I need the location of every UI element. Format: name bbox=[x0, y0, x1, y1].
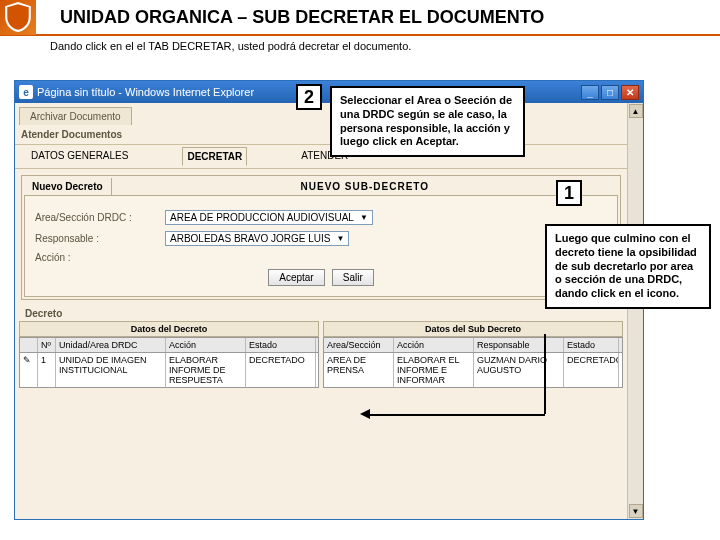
col-unidad: Unidad/Area DRDC bbox=[56, 338, 166, 352]
col-area-seccion: Area/Sección bbox=[324, 338, 394, 352]
maximize-button[interactable]: □ bbox=[601, 85, 619, 100]
close-button[interactable]: ✕ bbox=[621, 85, 639, 100]
cell-area-seccion: AREA DE PRENSA bbox=[324, 353, 394, 387]
subtab-row: DATOS GENERALES DECRETAR ATENDER bbox=[15, 144, 627, 169]
tab-datos-generales[interactable]: DATOS GENERALES bbox=[27, 147, 132, 166]
minimize-button[interactable]: _ bbox=[581, 85, 599, 100]
col-accion-r: Acción bbox=[394, 338, 474, 352]
vertical-scrollbar[interactable]: ▲ ▼ bbox=[627, 103, 643, 519]
edit-icon[interactable]: ✎ bbox=[20, 353, 38, 387]
label-accion: Acción : bbox=[35, 252, 165, 263]
grid-right: Area/Sección Acción Responsable Estado A… bbox=[323, 337, 623, 388]
callout-number-1: 1 bbox=[556, 180, 582, 206]
chevron-down-icon: ▼ bbox=[336, 234, 344, 243]
table-row[interactable]: ✎ 1 UNIDAD DE IMAGEN INSTITUCIONAL ELABO… bbox=[20, 353, 318, 387]
grid-left: Nº Unidad/Area DRDC Acción Estado ✎ 1 UN… bbox=[19, 337, 319, 388]
tab-decretar[interactable]: DECRETAR bbox=[182, 147, 247, 166]
callout-number-2: 2 bbox=[296, 84, 322, 110]
form-header-left: Nuevo Decreto bbox=[24, 178, 111, 195]
cell-accion: ELABORAR INFORME DE RESPUESTA bbox=[166, 353, 246, 387]
col-estado: Estado bbox=[246, 338, 316, 352]
arrow-vert bbox=[544, 334, 546, 414]
slide-header: UNIDAD ORGANICA – SUB DECRETAR EL DOCUME… bbox=[0, 0, 720, 36]
ie-content: Archivar Documento Atender Documentos DA… bbox=[15, 103, 627, 519]
chevron-down-icon: ▼ bbox=[360, 213, 368, 222]
callout-box-2: Seleccionar el Area o Seeción de una DRD… bbox=[330, 86, 525, 157]
label-responsable: Responsable : bbox=[35, 233, 165, 244]
tab-archivar[interactable]: Archivar Documento bbox=[19, 107, 132, 125]
grid-left-header: Datos del Decreto bbox=[19, 321, 319, 337]
cell-estado: DECRETADO bbox=[246, 353, 316, 387]
ie-window-title: Página sin título - Windows Internet Exp… bbox=[37, 86, 254, 98]
shield-icon bbox=[0, 0, 36, 35]
grid-right-header: Datos del Sub Decreto bbox=[323, 321, 623, 337]
cell-n: 1 bbox=[38, 353, 56, 387]
select-area-value: AREA DE PRODUCCION AUDIOVISUAL bbox=[170, 212, 354, 223]
grid-title-decreto: Decreto bbox=[19, 306, 623, 321]
cell-accion-r: ELABORAR EL INFORME E INFORMAR bbox=[394, 353, 474, 387]
page-title: UNIDAD ORGANICA – SUB DECRETAR EL DOCUME… bbox=[60, 7, 544, 28]
cell-unidad: UNIDAD DE IMAGEN INSTITUCIONAL bbox=[56, 353, 166, 387]
cell-responsable: GUZMAN DARIO AUGUSTO bbox=[474, 353, 564, 387]
col-estado-r: Estado bbox=[564, 338, 619, 352]
arrow-line bbox=[370, 414, 545, 416]
page-subtitle: Dando click en el el TAB DECRETAR, usted… bbox=[0, 36, 720, 56]
form-header-right: NUEVO SUB-DECRETO bbox=[111, 178, 618, 195]
label-area: Area/Sección DRDC : bbox=[35, 212, 165, 223]
callout-box-1: Luego que culmino con el decreto tiene l… bbox=[545, 224, 711, 309]
salir-button[interactable]: Salir bbox=[332, 269, 374, 286]
select-responsable[interactable]: ARBOLEDAS BRAVO JORGE LUIS ▼ bbox=[165, 231, 349, 246]
cell-estado-r: DECRETADO bbox=[564, 353, 619, 387]
form-panel: Nuevo Decreto NUEVO SUB-DECRETO Area/Sec… bbox=[21, 175, 621, 300]
col-accion: Acción bbox=[166, 338, 246, 352]
ie-icon: e bbox=[19, 85, 33, 99]
scroll-up-button[interactable]: ▲ bbox=[629, 104, 643, 118]
aceptar-button[interactable]: Aceptar bbox=[268, 269, 324, 286]
col-n: Nº bbox=[38, 338, 56, 352]
select-responsable-value: ARBOLEDAS BRAVO JORGE LUIS bbox=[170, 233, 330, 244]
grid-area: Decreto Datos del Decreto Nº Unidad/Area… bbox=[19, 306, 623, 388]
section-atender: Atender Documentos bbox=[15, 125, 627, 144]
select-area[interactable]: AREA DE PRODUCCION AUDIOVISUAL ▼ bbox=[165, 210, 373, 225]
scroll-down-button[interactable]: ▼ bbox=[629, 504, 643, 518]
arrow-head-icon bbox=[360, 409, 370, 419]
table-row[interactable]: AREA DE PRENSA ELABORAR EL INFORME E INF… bbox=[324, 353, 622, 387]
col-responsable: Responsable bbox=[474, 338, 564, 352]
ie-titlebar: e Página sin título - Windows Internet E… bbox=[15, 81, 643, 103]
